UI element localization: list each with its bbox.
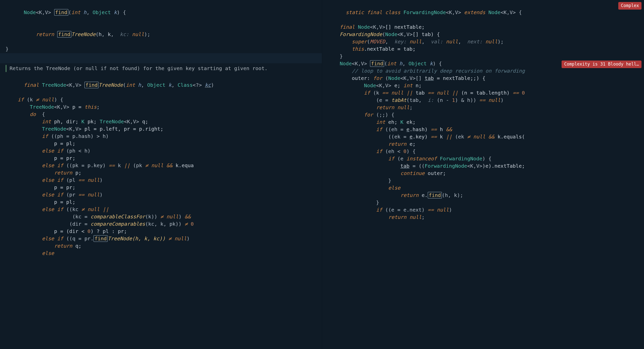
code-line[interactable]: (e = tabAt(tab, i: (n - 1) & h)) == null… — [328, 97, 642, 104]
code-line[interactable]: (kc = comparableClassFor(k)) ≠ null) && — [6, 213, 319, 220]
code-line[interactable]: else if ((pk = p.key) == k || (pk ≠ null… — [6, 162, 319, 169]
code-line[interactable]: (dir = compareComparables(kc, k, pk)) ≠ … — [6, 220, 319, 228]
code-line[interactable]: ForwardingNode(Node<K,V>[] tab) { — [328, 31, 642, 38]
code-line[interactable]: else if (pl == null) — [6, 177, 319, 184]
code-line[interactable]: this.nextTable = tab; — [328, 45, 642, 53]
code-line[interactable]: TreeNode<K,V> pl = p.left, pr = p.right; — [6, 125, 319, 133]
code-line[interactable]: return e.find(h, k); — [328, 192, 642, 199]
complexity-badge[interactable]: Complex — [618, 2, 641, 10]
code-line[interactable]: else if (ph < h) — [6, 147, 319, 155]
code-line[interactable]: for (;;) { — [328, 111, 642, 119]
inlay-hint: next: — [464, 39, 482, 45]
method-name-find[interactable]: find — [370, 60, 384, 67]
inlay-hint: i: — [425, 97, 434, 103]
code-line[interactable]: else if (pr == null) — [6, 191, 319, 198]
code-line[interactable]: p = (dir < 0) ? pl : pr; — [6, 228, 319, 235]
editor-pane-right[interactable]: static final class ForwardingNode<K,V> e… — [322, 0, 644, 349]
code-line[interactable]: p = pr; — [6, 155, 319, 162]
code-line[interactable]: return e; — [328, 140, 642, 148]
code-line[interactable]: if ((ph = p.hash) > h) — [6, 133, 319, 140]
code-line[interactable]: TreeNode<K,V> p = this; — [6, 103, 319, 111]
javadoc-text: Returns the TreeNode (or null if not fou… — [10, 65, 268, 72]
inlay-hint: val: — [428, 39, 443, 45]
code-line[interactable]: ((ek = e.key) == k || (ek ≠ null && k.eq… — [328, 133, 642, 140]
method-ref-find[interactable]: find — [57, 31, 71, 38]
code-line[interactable]: do { — [6, 111, 319, 118]
separator-band — [0, 53, 322, 63]
code-line[interactable]: if (k ≠ null) { — [6, 96, 319, 103]
code-line[interactable]: p = pl; — [6, 198, 319, 206]
method-ref-find[interactable]: find — [428, 192, 442, 198]
code-line[interactable]: Node<K,V> find(int h, Object k) { — [6, 2, 319, 23]
code-line[interactable]: p = pr; — [6, 184, 319, 191]
code-line[interactable]: } — [328, 53, 642, 60]
code-line[interactable]: outer: for (Node<K,V>[] tab = nextTable;… — [328, 75, 642, 82]
complexity-badge[interactable]: Complexity is 31 Bloody hell… — [562, 61, 641, 68]
method-name-findTreeNode[interactable]: find — [84, 82, 99, 88]
code-line[interactable]: tab = ((ForwardingNode<K,V>)e).nextTable… — [328, 162, 642, 170]
code-line[interactable]: } — [328, 199, 642, 206]
javadoc-gutter — [6, 65, 7, 72]
code-line[interactable]: else if ((kc ≠ null || — [6, 206, 319, 213]
code-line[interactable]: int eh; K ek; — [328, 119, 642, 126]
javadoc-render: Returns the TreeNode (or null if not fou… — [6, 65, 319, 72]
code-line[interactable]: continue outer; — [328, 170, 642, 177]
code-line[interactable]: else — [6, 250, 319, 257]
inlay-hint: key: — [391, 39, 406, 45]
code-line[interactable]: // loop to avoid arbitrarily deep recurs… — [328, 67, 642, 75]
code-line[interactable]: if (e instanceof ForwardingNode) { — [328, 155, 642, 162]
code-line[interactable]: int ph, dir; K pk; TreeNode<K,V> q; — [6, 118, 319, 125]
code-line[interactable]: Node<K,V> find(int h, Object k) { Comple… — [328, 60, 642, 67]
code-line[interactable]: else — [328, 184, 642, 192]
code-line[interactable]: Node<K,V> e; int n; — [328, 82, 642, 89]
comment: // loop to avoid arbitrarily deep recurs… — [352, 67, 525, 75]
code-line[interactable]: return q; — [6, 242, 319, 250]
code-line[interactable]: p = pl; — [6, 140, 319, 147]
editor-pane-left[interactable]: Node<K,V> find(int h, Object k) { return… — [0, 0, 322, 349]
code-line[interactable]: } — [6, 45, 319, 53]
code-line[interactable]: final TreeNode<K,V> findTreeNode(int h, … — [6, 74, 319, 96]
code-line[interactable]: else if ((q = pr.findTreeNode(h, k, kc))… — [6, 235, 319, 242]
code-line[interactable]: return null; — [328, 104, 642, 111]
code-line[interactable]: if (k == null || tab == null || (n = tab… — [328, 89, 642, 97]
code-line[interactable]: final Node<K,V>[] nextTable; — [328, 23, 642, 31]
code-line[interactable]: if ((e = e.next) == null) — [328, 206, 642, 214]
inlay-hint: kc: — [117, 31, 129, 37]
code-line[interactable]: return findTreeNode(h, k, kc: null); — [6, 23, 319, 45]
code-line[interactable]: if (eh < 0) { — [328, 148, 642, 155]
code-line[interactable]: if ((eh = e.hash) == h && — [328, 126, 642, 133]
code-line[interactable]: return p; — [6, 169, 319, 177]
code-line[interactable]: return null; — [328, 214, 642, 221]
code-line[interactable]: super(MOVED, key: null, val: null, next:… — [328, 38, 642, 45]
code-line[interactable]: } — [328, 177, 642, 184]
method-ref-find[interactable]: find — [94, 235, 108, 242]
method-name-find[interactable]: find — [54, 9, 68, 16]
code-line[interactable]: static final class ForwardingNode<K,V> e… — [328, 2, 642, 23]
return-type: Node — [24, 9, 36, 15]
